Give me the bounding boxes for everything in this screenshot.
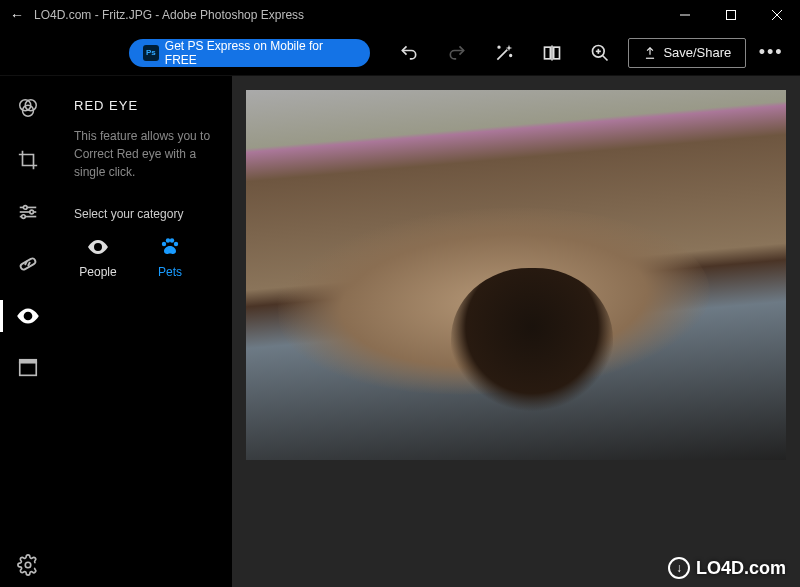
svg-point-22 [26, 314, 30, 318]
undo-button[interactable] [390, 34, 428, 72]
svg-point-16 [30, 210, 34, 214]
section-label: Select your category [74, 207, 214, 221]
svg-point-25 [25, 562, 31, 568]
redo-button[interactable] [438, 34, 476, 72]
top-toolbar: Ps Get PS Express on Mobile for FREE Sav… [0, 30, 800, 76]
main-body: RED EYE This feature allows you to Corre… [0, 76, 800, 587]
panel-title: RED EYE [74, 98, 214, 113]
back-button[interactable]: ← [10, 7, 24, 23]
sidebar-adjustments[interactable] [6, 190, 50, 234]
sidebar-redeye[interactable] [6, 294, 50, 338]
image-canvas[interactable] [232, 76, 800, 587]
minimize-button[interactable] [662, 0, 708, 30]
svg-point-29 [170, 238, 174, 242]
svg-point-26 [96, 245, 100, 249]
more-menu-button[interactable]: ••• [756, 42, 786, 63]
sidebar-crop[interactable] [6, 138, 50, 182]
sidebar-looks[interactable] [6, 86, 50, 130]
svg-point-27 [162, 242, 166, 246]
svg-point-28 [166, 238, 170, 242]
svg-rect-24 [20, 360, 37, 363]
window-title: LO4D.com - Fritz.JPG - Adobe Photoshop E… [34, 8, 662, 22]
svg-rect-0 [727, 11, 736, 20]
eye-icon [86, 235, 110, 259]
promo-label: Get PS Express on Mobile for FREE [165, 39, 356, 67]
promo-button[interactable]: Ps Get PS Express on Mobile for FREE [129, 39, 370, 67]
options-panel: RED EYE This feature allows you to Corre… [56, 76, 232, 587]
save-share-label: Save/Share [663, 45, 731, 60]
svg-line-21 [28, 262, 30, 266]
save-share-button[interactable]: Save/Share [628, 38, 746, 68]
watermark-text: LO4D.com [696, 558, 786, 579]
sidebar-borders[interactable] [6, 346, 50, 390]
upload-icon [643, 46, 657, 60]
auto-enhance-button[interactable] [486, 34, 524, 72]
watermark: ↓ LO4D.com [668, 557, 786, 579]
maximize-button[interactable] [708, 0, 754, 30]
category-people[interactable]: People [74, 235, 122, 279]
ps-badge-icon: Ps [143, 45, 159, 61]
close-button[interactable] [754, 0, 800, 30]
svg-point-14 [23, 206, 27, 210]
zoom-button[interactable] [581, 34, 619, 72]
category-label: People [79, 265, 116, 279]
sidebar-spot-heal[interactable] [6, 242, 50, 286]
svg-point-30 [174, 242, 178, 246]
category-label: Pets [158, 265, 182, 279]
panel-description: This feature allows you to Correct Red e… [74, 127, 214, 181]
watermark-icon: ↓ [668, 557, 690, 579]
svg-point-18 [22, 215, 26, 219]
category-pets[interactable]: Pets [146, 235, 194, 279]
svg-rect-4 [554, 47, 560, 59]
svg-rect-3 [544, 47, 550, 59]
window-titlebar: ← LO4D.com - Fritz.JPG - Adobe Photoshop… [0, 0, 800, 30]
window-controls [662, 0, 800, 30]
paw-icon [158, 235, 182, 259]
svg-line-7 [602, 55, 607, 60]
svg-point-1 [498, 46, 500, 48]
sidebar-settings[interactable] [6, 543, 50, 587]
svg-rect-23 [20, 363, 37, 376]
edited-image [246, 90, 786, 460]
svg-point-2 [510, 54, 512, 56]
category-group: People Pets [74, 235, 214, 279]
left-sidebar [0, 76, 56, 587]
compare-button[interactable] [533, 34, 571, 72]
